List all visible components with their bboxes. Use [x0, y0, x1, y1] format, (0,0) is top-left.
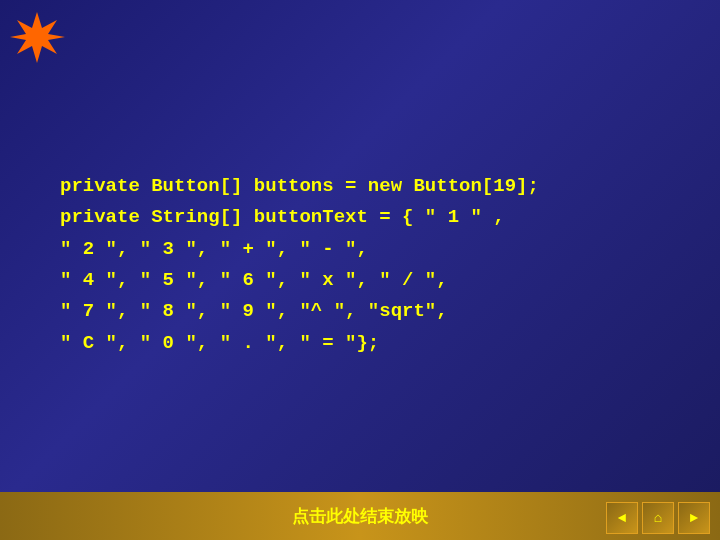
code-line-4: " 4 ", " 5 ", " 6 ", " x ", " / ",: [60, 265, 700, 296]
code-line-2: private String[] buttonText = { " 1 " ,: [60, 202, 700, 233]
code-line-3: " 2 ", " 3 ", " + ", " - ",: [60, 234, 700, 265]
prev-button[interactable]: ◄: [606, 502, 638, 534]
bottom-text[interactable]: 点击此处结束放映: [292, 505, 428, 528]
home-button[interactable]: ⌂: [642, 502, 674, 534]
next-button[interactable]: ►: [678, 502, 710, 534]
code-block: private Button[] buttons = new Button[19…: [60, 171, 700, 359]
code-line-1: private Button[] buttons = new Button[19…: [60, 171, 700, 202]
code-content-area: private Button[] buttons = new Button[19…: [60, 70, 700, 460]
code-line-5: " 7 ", " 8 ", " 9 ", "^ ", "sqrt",: [60, 296, 700, 327]
starburst-icon: [10, 10, 65, 65]
nav-arrows: ◄ ⌂ ►: [606, 502, 710, 534]
code-line-6: " C ", " 0 ", " . ", " = "};: [60, 328, 700, 359]
svg-marker-0: [10, 12, 65, 63]
